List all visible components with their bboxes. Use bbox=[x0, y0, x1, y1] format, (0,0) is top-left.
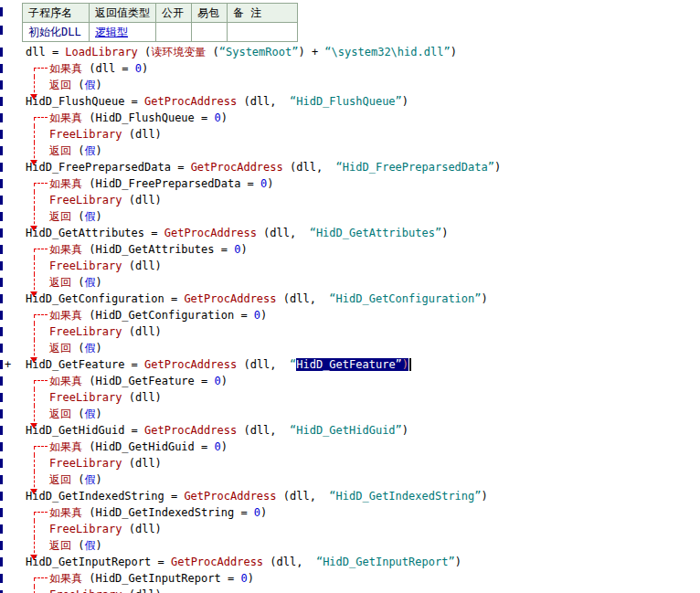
code-line[interactable]: 如果真 (HidD_GetInputReport = 0) bbox=[0, 570, 700, 587]
code-segment: ( bbox=[71, 79, 84, 91]
subroutine-name-cell[interactable]: 初始化DLL bbox=[23, 23, 90, 42]
code-segment: GetProcAddress bbox=[184, 292, 276, 305]
left-edge-mark bbox=[0, 179, 3, 188]
code-line[interactable]: 返回 (假) bbox=[0, 143, 700, 159]
code-line[interactable]: HidD_GetConfiguration = GetProcAddress (… bbox=[0, 291, 700, 307]
code-segment: ( bbox=[71, 210, 84, 223]
left-edge-mark bbox=[0, 541, 3, 550]
left-edge-mark bbox=[0, 327, 3, 336]
left-edge-mark bbox=[0, 278, 3, 287]
code-segment: 如果真 bbox=[49, 572, 82, 585]
code-segment: HidD_GetInputReport = bbox=[26, 556, 171, 568]
code-segment: (dll) bbox=[122, 194, 161, 206]
code-segment: ( bbox=[71, 473, 84, 486]
code-line[interactable]: 返回 (假) bbox=[0, 208, 700, 225]
code-area[interactable]: dll = LoadLibrary (读环境变量 (“SystemRoot”) … bbox=[0, 44, 700, 593]
code-line[interactable]: 返回 (假) bbox=[0, 537, 700, 554]
code-segment: GetProcAddress bbox=[171, 556, 263, 568]
code-segment: ) bbox=[482, 292, 488, 305]
code-segment: HidD_GetIndexedString = bbox=[26, 490, 184, 503]
code-segment: (dll, bbox=[257, 227, 310, 239]
code-segment: 假 bbox=[84, 276, 95, 289]
return-type-cell[interactable]: 逻辑型 bbox=[90, 23, 156, 42]
code-line[interactable]: FreeLibrary (dll) bbox=[0, 192, 700, 208]
code-line[interactable]: 返回 (假) bbox=[0, 471, 700, 488]
code-line[interactable]: FreeLibrary (dll) bbox=[0, 323, 700, 340]
left-edge-mark bbox=[0, 261, 3, 270]
left-edge-mark bbox=[0, 360, 3, 369]
code-line[interactable]: 如果真 (HidD_GetConfiguration = 0) bbox=[0, 307, 700, 323]
code-line[interactable]: FreeLibrary (dll) bbox=[0, 587, 700, 593]
code-line[interactable]: HidD_FreePreparsedData = GetProcAddress … bbox=[0, 159, 700, 175]
code-line[interactable]: 如果真 (HidD_FlushQueue = 0) bbox=[0, 110, 700, 126]
code-segment: ) bbox=[248, 572, 254, 585]
code-line[interactable]: HidD_GetIndexedString = GetProcAddress (… bbox=[0, 488, 700, 504]
code-line[interactable]: HidD_FlushQueue = GetProcAddress (dll, “… bbox=[0, 93, 700, 110]
code-segment: ) bbox=[441, 227, 448, 239]
code-line[interactable]: 如果真 (HidD_GetIndexedString = 0) bbox=[0, 504, 700, 521]
left-edge-mark bbox=[0, 7, 3, 16]
code-line[interactable]: 如果真 (HidD_FreePreparsedData = 0) bbox=[0, 175, 700, 192]
code-line[interactable]: HidD_GetHidGuid = GetProcAddress (dll, “… bbox=[0, 422, 700, 439]
code-segment: 0 bbox=[215, 375, 221, 387]
code-segment: (HidD_GetHidGuid = bbox=[82, 440, 215, 453]
code-line[interactable]: 返回 (假) bbox=[0, 340, 700, 356]
code-segment: 如果真 bbox=[49, 243, 82, 256]
code-line[interactable]: FreeLibrary (dll) bbox=[0, 258, 700, 274]
code-segment: FreeLibrary bbox=[49, 259, 122, 272]
code-line[interactable]: FreeLibrary (dll) bbox=[0, 389, 700, 406]
public-cell[interactable] bbox=[156, 23, 192, 42]
expand-icon[interactable]: + bbox=[5, 356, 16, 373]
code-line[interactable]: 如果真 (HidD_GetFeature = 0) bbox=[0, 373, 700, 389]
code-segment: (dll, bbox=[237, 358, 290, 371]
code-segment: GetProcAddress bbox=[191, 161, 283, 174]
code-segment: 0 bbox=[254, 506, 260, 519]
code-segment: (dll, bbox=[237, 424, 290, 437]
code-segment: (dll) bbox=[122, 523, 161, 535]
code-line[interactable]: HidD_GetInputReport = GetProcAddress (dl… bbox=[0, 554, 700, 570]
code-segment: HidD_GetFeature = bbox=[26, 358, 144, 371]
code-line[interactable]: FreeLibrary (dll) bbox=[0, 455, 700, 471]
code-line[interactable]: +HidD_GetFeature = GetProcAddress (dll, … bbox=[0, 356, 700, 373]
code-segment: ) bbox=[95, 539, 101, 552]
code-line[interactable]: FreeLibrary (dll) bbox=[0, 521, 700, 537]
code-segment: ) bbox=[95, 473, 101, 486]
remark-cell[interactable] bbox=[228, 23, 298, 42]
left-edge-mark bbox=[0, 163, 3, 172]
code-segment: 假 bbox=[84, 473, 95, 486]
code-line[interactable]: HidD_GetAttributes = GetProcAddress (dll… bbox=[0, 225, 700, 241]
code-segment: “HidD_GetAttributes” bbox=[310, 227, 442, 239]
code-segment: 假 bbox=[84, 342, 95, 355]
left-edge-mark bbox=[0, 492, 3, 501]
code-segment: ) bbox=[451, 46, 457, 58]
code-line[interactable]: 如果真 (HidD_GetAttributes = 0) bbox=[0, 241, 700, 258]
code-line[interactable]: 如果真 (HidD_GetHidGuid = 0) bbox=[0, 439, 700, 455]
code-line[interactable]: 返回 (假) bbox=[0, 274, 700, 291]
left-edge-mark bbox=[0, 97, 3, 106]
code-segment: GetProcAddress bbox=[184, 490, 276, 503]
code-segment: 如果真 bbox=[49, 506, 82, 519]
code-segment: ) bbox=[402, 424, 408, 437]
left-edge-mark bbox=[0, 409, 3, 418]
code-segment: ) bbox=[95, 342, 101, 355]
code-segment: “HidD_GetInputReport” bbox=[316, 556, 455, 568]
code-segment: GetProcAddress bbox=[144, 358, 237, 371]
code-segment: 0 bbox=[240, 572, 247, 585]
code-editor: { "table": { "headers": ["子程序名", "返回值类型"… bbox=[0, 0, 700, 593]
code-segment: 如果真 bbox=[49, 440, 82, 453]
code-line[interactable]: 返回 (假) bbox=[0, 77, 700, 93]
code-line[interactable]: 如果真 (dll = 0) bbox=[0, 60, 700, 77]
code-segment: “HidD_GetHidGuid” bbox=[290, 424, 402, 437]
code-line[interactable]: 返回 (假) bbox=[0, 406, 700, 422]
code-segment: “HidD_GetConfiguration” bbox=[329, 292, 481, 305]
code-segment: (dll, bbox=[283, 161, 336, 174]
code-segment: ( bbox=[138, 46, 151, 58]
code-line[interactable]: dll = LoadLibrary (读环境变量 (“SystemRoot”) … bbox=[0, 44, 700, 60]
header-return-type: 返回值类型 bbox=[90, 4, 156, 23]
code-segment: ) bbox=[221, 440, 228, 453]
code-line[interactable]: FreeLibrary (dll) bbox=[0, 126, 700, 143]
code-segment: dll = bbox=[26, 46, 65, 58]
package-cell[interactable] bbox=[192, 23, 228, 42]
code-segment: GetProcAddress bbox=[144, 95, 237, 108]
code-segment: “HidD_FreePreparsedData” bbox=[336, 161, 494, 174]
